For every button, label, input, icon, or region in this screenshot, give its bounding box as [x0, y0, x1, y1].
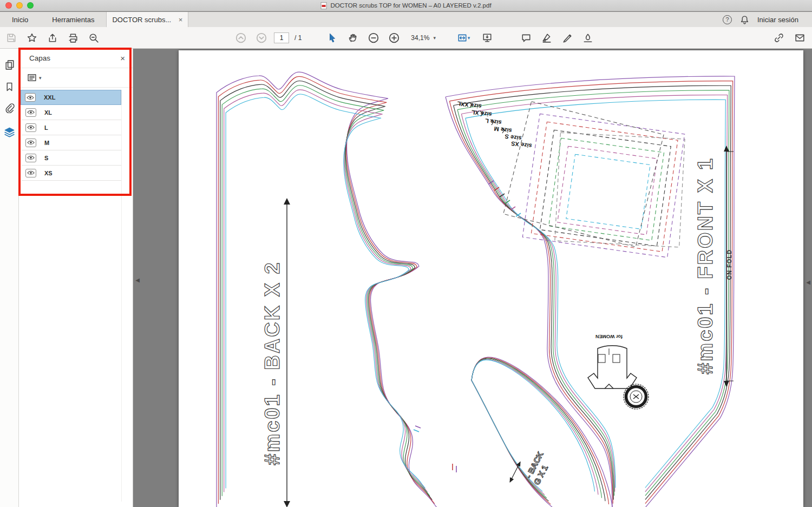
close-window-button[interactable]	[5, 2, 12, 9]
page-display-button[interactable]	[479, 30, 495, 46]
previous-page-button[interactable]	[233, 30, 249, 46]
layer-row-xxl[interactable]: XXL	[21, 90, 121, 105]
layer-visibility-toggle[interactable]	[25, 93, 36, 102]
pdf-page: size XXL size XL size L size M size S si…	[179, 50, 803, 507]
eye-icon	[27, 140, 35, 145]
svg-text:size L: size L	[484, 117, 502, 126]
zoom-in-button[interactable]	[386, 30, 402, 46]
back-piece-label: #mc01 - BACK X 2	[261, 261, 284, 465]
sleeve-grain-arrow	[508, 460, 522, 484]
page-count-label: / 1	[294, 34, 302, 42]
layer-row-s[interactable]: S	[22, 150, 121, 166]
eye-icon	[27, 155, 35, 160]
link-tool-button[interactable]	[771, 30, 787, 46]
notifications-bell-icon[interactable]	[740, 15, 749, 24]
zoom-window-button[interactable]	[27, 2, 34, 9]
caret-down-icon: ▾	[433, 35, 436, 41]
window-titlebar: DOCTOR scrubs TOP for WOMEN – A0 LAYERED…	[0, 0, 812, 11]
window-title: DOCTOR scrubs TOP for WOMEN – A0 LAYERED…	[330, 2, 491, 9]
fill-sign-tool-button[interactable]	[580, 30, 596, 46]
layers-button[interactable]	[0, 122, 19, 142]
layer-visibility-toggle[interactable]	[25, 154, 36, 162]
document-area: ◀ ◀	[134, 49, 812, 507]
brand-stamp-logo	[624, 384, 649, 409]
page-number-input[interactable]	[274, 32, 289, 43]
size-notch-ticks	[414, 102, 521, 472]
on-fold-label: ON FOLD	[726, 249, 732, 280]
select-tool-button[interactable]	[324, 30, 340, 46]
brand-garment-logo: for WOMEN	[588, 334, 637, 389]
window-controls	[5, 2, 34, 9]
layer-visibility-toggle[interactable]	[25, 108, 36, 117]
tab-tools[interactable]: Herramientas	[40, 12, 106, 27]
zoom-level-value: 34,1%	[411, 34, 429, 42]
back-grainline-arrow	[284, 198, 290, 507]
layer-visibility-toggle[interactable]	[25, 139, 36, 147]
layer-label: XL	[44, 109, 52, 116]
size-labels: size XXL size XL size L size M size S si…	[457, 100, 533, 149]
front-piece-outlines	[446, 76, 735, 507]
tab-home[interactable]: Inicio	[0, 12, 40, 27]
panel-scrollbar-track[interactable]	[121, 90, 122, 502]
layers-panel-close-icon[interactable]: ×	[120, 54, 125, 63]
layer-visibility-toggle[interactable]	[25, 123, 36, 132]
hand-tool-button[interactable]	[345, 30, 361, 46]
fit-width-button[interactable]: ▾	[452, 30, 475, 46]
eye-icon	[27, 110, 35, 115]
next-page-button[interactable]	[253, 30, 270, 46]
highlight-tool-button[interactable]	[539, 30, 555, 46]
layer-row-l[interactable]: L	[22, 120, 121, 135]
pattern-drawing: size XXL size XL size L size M size S si…	[179, 50, 803, 507]
layer-label: L	[44, 124, 48, 131]
caret-down-icon: ▾	[39, 75, 42, 81]
back-piece-outlines	[217, 72, 437, 507]
zoom-out-button[interactable]	[365, 30, 382, 46]
comment-tool-button[interactable]	[518, 30, 534, 46]
pdf-file-icon	[320, 2, 327, 9]
layer-label: XS	[44, 170, 53, 176]
sign-pen-tool-button[interactable]	[559, 30, 575, 46]
minimize-window-button[interactable]	[16, 2, 23, 9]
eye-icon	[27, 170, 35, 175]
svg-text:size XS: size XS	[511, 140, 533, 149]
navigation-rail	[0, 49, 19, 507]
tab-bar: Inicio Herramientas DOCTOR scrubs... × ?…	[0, 12, 812, 27]
layer-row-xs[interactable]: XS	[22, 166, 121, 181]
eye-icon	[27, 125, 35, 130]
layers-panel: Capas × ▾ XXL XL	[19, 49, 133, 507]
svg-text:for WOMEN: for WOMEN	[595, 334, 623, 339]
svg-text:size M: size M	[494, 126, 512, 134]
email-tool-button[interactable]	[791, 30, 808, 46]
layers-panel-title: Capas	[29, 54, 120, 62]
pocket-markings	[503, 102, 685, 258]
zoom-level-select[interactable]: 34,1% ▾	[409, 31, 438, 44]
caret-down-icon: ▾	[468, 35, 470, 41]
tab-close-icon[interactable]: ×	[175, 16, 183, 24]
layer-row-m[interactable]: M	[22, 135, 121, 150]
favorite-star-button[interactable]	[24, 30, 40, 46]
sign-in-button[interactable]: Iniciar sesión	[757, 16, 798, 24]
layers-options-button[interactable]: ▾	[28, 74, 42, 82]
save-button[interactable]	[3, 30, 19, 46]
svg-text:size S: size S	[505, 133, 522, 142]
layer-visibility-toggle[interactable]	[25, 169, 36, 177]
collapse-right-panel-handle[interactable]: ◀	[805, 275, 811, 289]
bookmarks-button[interactable]	[0, 77, 19, 96]
layer-label: S	[44, 155, 48, 161]
layer-row-xl[interactable]: XL	[22, 105, 121, 120]
tab-document-label: DOCTOR scrubs...	[112, 16, 171, 24]
eye-icon	[27, 95, 34, 100]
help-icon[interactable]: ?	[723, 15, 732, 24]
front-piece-label: #mc01 - FRONT X 1	[694, 157, 717, 374]
collapse-left-panel-handle[interactable]: ◀	[134, 273, 141, 287]
layer-label: M	[44, 140, 49, 146]
svg-text:size XXL: size XXL	[457, 100, 482, 109]
zoom-out-search-button[interactable]	[86, 30, 102, 46]
attachments-button[interactable]	[0, 98, 19, 118]
layer-label: XXL	[44, 94, 55, 101]
layers-list: XXL XL L M	[19, 90, 133, 181]
share-upload-button[interactable]	[44, 30, 61, 46]
page-thumbnails-button[interactable]	[0, 55, 19, 75]
print-button[interactable]	[65, 30, 81, 46]
tab-document[interactable]: DOCTOR scrubs... ×	[106, 12, 188, 27]
